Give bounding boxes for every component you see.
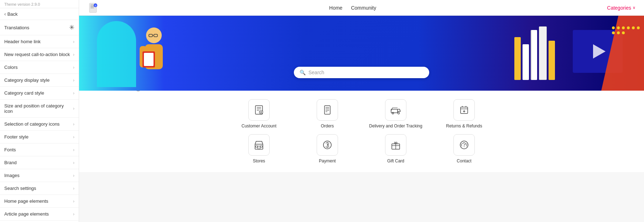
hero-books [514, 26, 555, 80]
chevron-right-icon: › [73, 147, 74, 152]
category-item-customer-account[interactable]: Customer Account [226, 99, 292, 128]
logo: ⚙ [88, 2, 98, 13]
svg-text:⚙: ⚙ [94, 4, 97, 7]
back-label: Back [7, 11, 18, 17]
back-arrow-icon: ‹ [4, 11, 6, 17]
category-label-payment: Payment [319, 158, 336, 163]
sidebar-item-article-page-elements[interactable]: Article page elements › [0, 208, 79, 221]
svg-rect-35 [256, 146, 258, 147]
topnav-links: Home Community [329, 5, 376, 11]
category-label-delivery-tracking: Delivery and Order Tracking [369, 123, 422, 128]
category-icon-contact [453, 134, 475, 156]
preview-area: 🔍 Search Customer Account Orders [79, 16, 644, 222]
sidebar-item-label: New request call-to-action block [4, 52, 70, 57]
category-label-stores: Stores [253, 158, 265, 163]
hero-cyan-arc [97, 21, 136, 87]
chevron-right-icon: › [73, 122, 74, 127]
home-link[interactable]: Home [329, 5, 342, 11]
hero-person-area [133, 23, 175, 89]
categories-grid: Customer Account Orders Delivery and Ord… [226, 99, 497, 163]
chevron-right-icon: › [73, 199, 74, 204]
category-label-customer-account: Customer Account [242, 123, 276, 128]
main-preview: ⚙ Home Community Categories ∨ [79, 0, 644, 222]
category-label-gift-card: Gift Card [387, 158, 404, 163]
sidebar-item-label: Category card style [4, 90, 44, 96]
chevron-right-icon: › [73, 91, 74, 96]
svg-rect-21 [324, 106, 330, 114]
chevron-right-icon: › [73, 52, 74, 57]
sidebar-item-search-settings[interactable]: Search settings › [0, 182, 79, 195]
sidebar-item-selection-category-icons[interactable]: Selection of category icons › [0, 118, 79, 131]
category-item-gift-card[interactable]: Gift Card [363, 134, 429, 163]
sidebar-item-images[interactable]: Images › [0, 169, 79, 182]
sidebar-item-size-position-category-icon[interactable]: Size and position of category icon › [0, 100, 79, 118]
category-icon-returns-refunds [453, 99, 475, 121]
hero-search-container: 🔍 Search [294, 67, 429, 78]
sidebar-item-label: Brand [4, 160, 17, 165]
logo-icon: ⚙ [88, 2, 98, 13]
sidebar-item-label: Images [4, 173, 20, 178]
chevron-right-icon: › [73, 65, 74, 70]
sidebar-item-brand[interactable]: Brand › [0, 156, 79, 169]
category-label-contact: Contact [457, 158, 471, 163]
categories-dropdown[interactable]: Categories ∨ [607, 5, 635, 11]
svg-rect-34 [258, 146, 260, 149]
category-item-payment[interactable]: Payment [295, 134, 360, 163]
category-item-returns-refunds[interactable]: Returns & Refunds [431, 99, 497, 128]
chevron-right-icon: › [73, 173, 74, 178]
sidebar-item-label: Article page elements [4, 211, 49, 217]
category-icon-delivery-tracking [385, 99, 406, 121]
category-label-returns-refunds: Returns & Refunds [446, 123, 482, 128]
back-button[interactable]: ‹ Back [0, 8, 79, 20]
sidebar-item-home-page-elements[interactable]: Home page elements › [0, 195, 79, 208]
sidebar-item-label: Footer style [4, 134, 28, 140]
topnav: ⚙ Home Community Categories ∨ [79, 0, 644, 16]
search-placeholder-text: Search [308, 70, 424, 75]
sidebar-item-fonts[interactable]: Fonts › [0, 143, 79, 156]
sidebar: Theme version 2.9.0 ‹ Back Translations … [0, 0, 79, 222]
svg-rect-13 [144, 53, 154, 66]
sidebar-item-colors[interactable]: Colors › [0, 61, 79, 74]
sidebar-item-label: Size and position of category icon [4, 103, 73, 114]
sidebar-item-translations[interactable]: Translations ✳ [0, 20, 79, 35]
svg-point-28 [398, 112, 400, 114]
svg-rect-3 [90, 7, 94, 8]
sidebar-item-new-request-cta[interactable]: New request call-to-action block › [0, 48, 79, 61]
chevron-right-icon: › [73, 135, 74, 140]
category-icon-payment [317, 134, 338, 156]
chevron-right-icon: › [73, 160, 74, 165]
sidebar-item-label: Header home link [4, 39, 41, 44]
chevron-right-icon: › [73, 106, 74, 111]
category-item-delivery-tracking[interactable]: Delivery and Order Tracking [363, 99, 429, 128]
search-icon: 🔍 [300, 70, 306, 75]
category-item-contact[interactable]: Contact [431, 134, 497, 163]
category-icon-orders [317, 99, 338, 121]
sidebar-item-footer-style[interactable]: Footer style › [0, 131, 79, 143]
community-link[interactable]: Community [351, 5, 376, 11]
sidebar-item-label: Home page elements [4, 198, 48, 204]
translations-icon: ✳ [69, 24, 74, 31]
hero-banner: 🔍 Search [79, 16, 644, 91]
category-item-stores[interactable]: Stores [226, 134, 292, 163]
sidebar-item-label: Fonts [4, 147, 16, 152]
sidebar-item-label: Selection of category icons [4, 121, 59, 127]
category-label-orders: Orders [321, 123, 334, 128]
chevron-down-icon: ∨ [633, 5, 635, 10]
category-icon-customer-account [248, 99, 270, 121]
sidebar-item-header-home-link[interactable]: Header home link › [0, 35, 79, 48]
category-icon-stores [248, 134, 270, 156]
sidebar-item-category-card-style[interactable]: Category card style › [0, 87, 79, 100]
svg-point-42 [464, 146, 464, 147]
chevron-right-icon: › [73, 186, 74, 191]
version-label: Theme version 2.9.0 [0, 0, 79, 8]
translations-label: Translations [4, 25, 29, 30]
hero-search-bar[interactable]: 🔍 Search [294, 67, 429, 78]
svg-rect-26 [391, 109, 398, 113]
sidebar-item-label: Search settings [4, 186, 36, 191]
chevron-right-icon: › [73, 78, 74, 83]
hero-yellow-dots [612, 26, 640, 34]
category-icon-gift-card [385, 134, 406, 156]
sidebar-item-category-display-style[interactable]: Category display style › [0, 74, 79, 87]
category-item-orders[interactable]: Orders [295, 99, 360, 128]
categories-label: Categories [607, 5, 631, 11]
